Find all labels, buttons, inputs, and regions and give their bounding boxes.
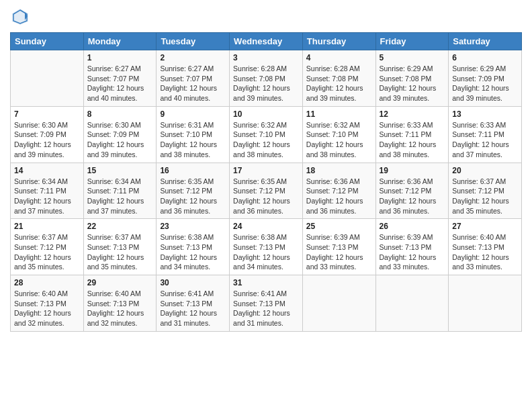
calendar-cell: 10Sunrise: 6:32 AM Sunset: 7:10 PM Dayli… xyxy=(230,106,303,163)
day-info: Sunrise: 6:27 AM Sunset: 7:07 PM Dayligh… xyxy=(160,64,226,103)
day-info: Sunrise: 6:37 AM Sunset: 7:13 PM Dayligh… xyxy=(87,232,153,272)
day-info: Sunrise: 6:39 AM Sunset: 7:13 PM Dayligh… xyxy=(306,232,372,272)
day-number: 29 xyxy=(87,278,153,287)
week-row-1: 1Sunrise: 6:27 AM Sunset: 7:07 PM Daylig… xyxy=(11,50,522,107)
day-header-sunday: Sunday xyxy=(11,33,84,50)
header xyxy=(10,7,522,27)
day-info: Sunrise: 6:38 AM Sunset: 7:13 PM Dayligh… xyxy=(233,232,299,272)
day-number: 28 xyxy=(14,278,80,287)
calendar-cell: 3Sunrise: 6:28 AM Sunset: 7:08 PM Daylig… xyxy=(230,50,303,107)
calendar-cell: 9Sunrise: 6:31 AM Sunset: 7:10 PM Daylig… xyxy=(157,106,230,163)
day-number: 25 xyxy=(306,222,372,231)
day-number: 12 xyxy=(380,109,445,119)
calendar-cell: 19Sunrise: 6:36 AM Sunset: 7:12 PM Dayli… xyxy=(375,163,449,219)
calendar-cell: 27Sunrise: 6:40 AM Sunset: 7:13 PM Dayli… xyxy=(449,219,522,275)
day-info: Sunrise: 6:27 AM Sunset: 7:07 PM Dayligh… xyxy=(87,64,153,103)
week-row-2: 7Sunrise: 6:30 AM Sunset: 7:09 PM Daylig… xyxy=(11,106,522,163)
calendar-cell: 29Sunrise: 6:40 AM Sunset: 7:13 PM Dayli… xyxy=(83,275,157,332)
day-number: 19 xyxy=(380,166,445,175)
calendar-table: SundayMondayTuesdayWednesdayThursdayFrid… xyxy=(10,32,522,332)
day-info: Sunrise: 6:31 AM Sunset: 7:10 PM Dayligh… xyxy=(160,120,226,160)
calendar-cell: 2Sunrise: 6:27 AM Sunset: 7:07 PM Daylig… xyxy=(157,50,230,107)
day-info: Sunrise: 6:34 AM Sunset: 7:11 PM Dayligh… xyxy=(87,177,153,216)
calendar-cell: 24Sunrise: 6:38 AM Sunset: 7:13 PM Dayli… xyxy=(230,219,303,275)
day-number: 20 xyxy=(452,166,518,175)
calendar-cell: 5Sunrise: 6:29 AM Sunset: 7:08 PM Daylig… xyxy=(375,50,449,107)
calendar-cell: 6Sunrise: 6:29 AM Sunset: 7:09 PM Daylig… xyxy=(449,50,522,107)
day-number: 17 xyxy=(233,166,299,175)
day-number: 27 xyxy=(452,222,518,231)
day-number: 30 xyxy=(160,278,226,287)
calendar-cell: 16Sunrise: 6:35 AM Sunset: 7:12 PM Dayli… xyxy=(157,163,230,219)
day-header-friday: Friday xyxy=(375,33,449,50)
day-number: 1 xyxy=(87,53,153,62)
day-number: 18 xyxy=(306,166,372,175)
calendar-page: SundayMondayTuesdayWednesdayThursdayFrid… xyxy=(0,0,532,411)
calendar-cell: 14Sunrise: 6:34 AM Sunset: 7:11 PM Dayli… xyxy=(11,163,84,219)
day-info: Sunrise: 6:40 AM Sunset: 7:13 PM Dayligh… xyxy=(452,232,518,272)
day-info: Sunrise: 6:35 AM Sunset: 7:12 PM Dayligh… xyxy=(160,177,226,216)
day-info: Sunrise: 6:28 AM Sunset: 7:08 PM Dayligh… xyxy=(233,64,299,103)
day-info: Sunrise: 6:30 AM Sunset: 7:09 PM Dayligh… xyxy=(14,120,80,160)
day-number: 13 xyxy=(452,109,518,119)
calendar-cell xyxy=(302,275,375,332)
day-number: 22 xyxy=(87,222,153,231)
day-info: Sunrise: 6:32 AM Sunset: 7:10 PM Dayligh… xyxy=(233,120,299,160)
day-info: Sunrise: 6:33 AM Sunset: 7:11 PM Dayligh… xyxy=(452,120,518,160)
day-header-row: SundayMondayTuesdayWednesdayThursdayFrid… xyxy=(11,33,522,50)
day-info: Sunrise: 6:36 AM Sunset: 7:12 PM Dayligh… xyxy=(380,177,445,216)
day-number: 6 xyxy=(452,53,518,62)
day-info: Sunrise: 6:37 AM Sunset: 7:12 PM Dayligh… xyxy=(452,177,518,216)
calendar-cell: 23Sunrise: 6:38 AM Sunset: 7:13 PM Dayli… xyxy=(157,219,230,275)
day-info: Sunrise: 6:39 AM Sunset: 7:13 PM Dayligh… xyxy=(380,232,445,272)
day-number: 21 xyxy=(14,222,80,231)
day-number: 14 xyxy=(14,166,80,175)
calendar-cell xyxy=(449,275,522,332)
calendar-cell: 31Sunrise: 6:41 AM Sunset: 7:13 PM Dayli… xyxy=(230,275,303,332)
calendar-cell xyxy=(375,275,449,332)
day-info: Sunrise: 6:29 AM Sunset: 7:08 PM Dayligh… xyxy=(380,64,445,103)
day-info: Sunrise: 6:36 AM Sunset: 7:12 PM Dayligh… xyxy=(306,177,372,216)
day-number: 5 xyxy=(380,53,445,62)
day-number: 8 xyxy=(87,109,153,119)
calendar-cell: 22Sunrise: 6:37 AM Sunset: 7:13 PM Dayli… xyxy=(83,219,157,275)
day-number: 9 xyxy=(160,109,226,119)
day-info: Sunrise: 6:41 AM Sunset: 7:13 PM Dayligh… xyxy=(160,289,226,328)
logo-icon xyxy=(10,7,30,27)
calendar-cell: 21Sunrise: 6:37 AM Sunset: 7:12 PM Dayli… xyxy=(11,219,84,275)
calendar-cell: 30Sunrise: 6:41 AM Sunset: 7:13 PM Dayli… xyxy=(157,275,230,332)
day-header-wednesday: Wednesday xyxy=(230,33,303,50)
day-info: Sunrise: 6:33 AM Sunset: 7:11 PM Dayligh… xyxy=(380,120,445,160)
week-row-5: 28Sunrise: 6:40 AM Sunset: 7:13 PM Dayli… xyxy=(11,275,522,332)
calendar-cell: 1Sunrise: 6:27 AM Sunset: 7:07 PM Daylig… xyxy=(83,50,157,107)
calendar-cell: 17Sunrise: 6:35 AM Sunset: 7:12 PM Dayli… xyxy=(230,163,303,219)
calendar-cell: 12Sunrise: 6:33 AM Sunset: 7:11 PM Dayli… xyxy=(375,106,449,163)
week-row-3: 14Sunrise: 6:34 AM Sunset: 7:11 PM Dayli… xyxy=(11,163,522,219)
day-info: Sunrise: 6:37 AM Sunset: 7:12 PM Dayligh… xyxy=(14,232,80,272)
day-number: 24 xyxy=(233,222,299,231)
day-number: 10 xyxy=(233,109,299,119)
day-number: 4 xyxy=(306,53,372,62)
calendar-cell: 8Sunrise: 6:30 AM Sunset: 7:09 PM Daylig… xyxy=(83,106,157,163)
day-header-tuesday: Tuesday xyxy=(157,33,230,50)
day-info: Sunrise: 6:30 AM Sunset: 7:09 PM Dayligh… xyxy=(87,120,153,160)
day-number: 16 xyxy=(160,166,226,175)
day-number: 15 xyxy=(87,166,153,175)
day-header-thursday: Thursday xyxy=(302,33,375,50)
calendar-cell: 11Sunrise: 6:32 AM Sunset: 7:10 PM Dayli… xyxy=(302,106,375,163)
day-header-saturday: Saturday xyxy=(449,33,522,50)
calendar-header: SundayMondayTuesdayWednesdayThursdayFrid… xyxy=(11,33,522,50)
calendar-cell: 15Sunrise: 6:34 AM Sunset: 7:11 PM Dayli… xyxy=(83,163,157,219)
day-info: Sunrise: 6:41 AM Sunset: 7:13 PM Dayligh… xyxy=(233,289,299,328)
day-number: 26 xyxy=(380,222,445,231)
day-info: Sunrise: 6:40 AM Sunset: 7:13 PM Dayligh… xyxy=(87,289,153,328)
day-info: Sunrise: 6:34 AM Sunset: 7:11 PM Dayligh… xyxy=(14,177,80,216)
calendar-cell: 26Sunrise: 6:39 AM Sunset: 7:13 PM Dayli… xyxy=(375,219,449,275)
day-info: Sunrise: 6:29 AM Sunset: 7:09 PM Dayligh… xyxy=(452,64,518,103)
calendar-cell: 20Sunrise: 6:37 AM Sunset: 7:12 PM Dayli… xyxy=(449,163,522,219)
day-info: Sunrise: 6:32 AM Sunset: 7:10 PM Dayligh… xyxy=(306,120,372,160)
calendar-cell xyxy=(11,50,84,107)
day-number: 2 xyxy=(160,53,226,62)
day-number: 23 xyxy=(160,222,226,231)
day-number: 3 xyxy=(233,53,299,62)
